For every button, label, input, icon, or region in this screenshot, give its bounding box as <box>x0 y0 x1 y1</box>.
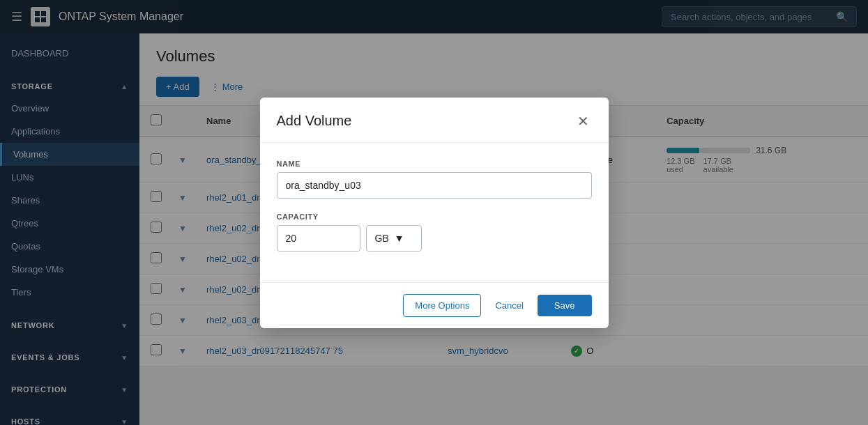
modal-footer: More Options Cancel Save <box>260 282 609 328</box>
more-options-button[interactable]: More Options <box>403 294 481 317</box>
modal-title: Add Volume <box>277 113 352 129</box>
modal-header: Add Volume ✕ <box>260 98 609 143</box>
add-volume-modal: Add Volume ✕ NAME CAPACITY GB ▼ More Opt <box>260 98 609 328</box>
modal-overlay: Add Volume ✕ NAME CAPACITY GB ▼ More Opt <box>0 0 868 425</box>
close-button[interactable]: ✕ <box>574 111 592 131</box>
cancel-button[interactable]: Cancel <box>489 295 528 316</box>
capacity-unit-select[interactable]: GB ▼ <box>366 225 422 252</box>
modal-body: NAME CAPACITY GB ▼ <box>260 143 609 282</box>
capacity-field-group: CAPACITY GB ▼ <box>277 212 592 252</box>
capacity-row: GB ▼ <box>277 225 592 252</box>
name-field-group: NAME <box>277 160 592 199</box>
chevron-down-icon: ▼ <box>395 233 404 244</box>
name-label: NAME <box>277 160 592 168</box>
volume-name-input[interactable] <box>277 172 592 199</box>
save-button[interactable]: Save <box>538 295 592 316</box>
capacity-value-input[interactable] <box>277 225 360 252</box>
capacity-unit-label: GB <box>375 233 389 244</box>
capacity-label: CAPACITY <box>277 212 592 221</box>
